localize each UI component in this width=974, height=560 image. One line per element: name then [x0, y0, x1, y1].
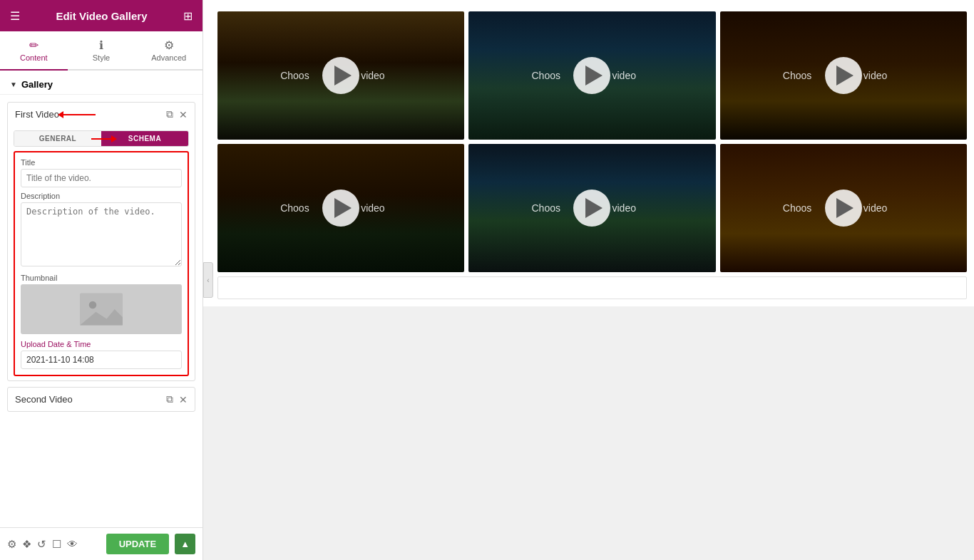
- gallery-label: Gallery: [21, 79, 53, 90]
- duplicate-icon[interactable]: ⧉: [166, 108, 173, 120]
- video-cell-1[interactable]: Choos video: [217, 11, 464, 140]
- second-video-actions: ⧉ ✕: [166, 393, 188, 405]
- title-input[interactable]: [21, 169, 182, 187]
- close-icon-2[interactable]: ✕: [179, 394, 188, 405]
- menu-icon[interactable]: ☰: [10, 9, 20, 23]
- sub-tabs: GENERAL SCHEMA: [14, 130, 189, 147]
- upload-date-input[interactable]: [21, 351, 182, 369]
- second-video-title: Second Video: [15, 394, 166, 405]
- play-triangle-5: [585, 198, 603, 218]
- video-play-area-6: Choos video: [720, 144, 967, 272]
- thumbnail-placeholder[interactable]: [21, 284, 182, 334]
- thumbnail-label: Thumbnail: [21, 274, 182, 282]
- empty-row: [217, 276, 967, 299]
- bottom-toolbar: ⚙ ❖ ↺ ☐ 👁 UPDATE ▲: [0, 527, 203, 560]
- tab-content[interactable]: ✏ Content: [0, 31, 68, 71]
- video-choose-text-6-after: video: [863, 202, 887, 214]
- close-icon[interactable]: ✕: [179, 109, 188, 120]
- play-button-1[interactable]: [322, 57, 359, 94]
- grid-icon[interactable]: ⊞: [183, 9, 193, 23]
- main-content: Choos video Choos video: [203, 0, 974, 306]
- history-tool-icon[interactable]: ↺: [37, 538, 46, 551]
- editor-title: Edit Video Gallery: [56, 10, 147, 22]
- video-play-area-5: Choos video: [468, 144, 715, 272]
- duplicate-icon-2[interactable]: ⧉: [166, 393, 173, 405]
- play-button-4[interactable]: [322, 190, 359, 227]
- first-video-actions: ⧉ ✕: [166, 108, 188, 120]
- video-grid: Choos video Choos video: [217, 11, 967, 272]
- play-triangle-3: [836, 66, 853, 85]
- schema-form: Title Description Thumbnail Upload Date …: [14, 151, 189, 376]
- description-label: Description: [21, 192, 182, 200]
- preview-tool-icon[interactable]: 👁: [67, 538, 78, 550]
- video-play-area-3: Choos video: [720, 11, 967, 140]
- collapse-sidebar-button[interactable]: ‹: [203, 262, 213, 298]
- play-button-3[interactable]: [825, 57, 862, 94]
- video-play-area-2: Choos video: [468, 11, 715, 140]
- title-label: Title: [21, 158, 182, 167]
- main-wrapper: ‹ Choos video Choos video: [203, 0, 974, 560]
- video-choose-text-4-after: video: [361, 202, 384, 214]
- sub-tabs-wrapper: GENERAL SCHEMA Title: [8, 130, 195, 376]
- play-button-6[interactable]: [825, 190, 862, 227]
- first-video-item: First Video ⧉ ✕ GENERAL: [7, 102, 195, 381]
- pencil-icon: ✏: [29, 38, 39, 52]
- play-button-5[interactable]: [573, 190, 610, 227]
- update-button[interactable]: UPDATE: [106, 534, 169, 554]
- info-icon: ℹ: [99, 38, 103, 52]
- settings-tool-icon[interactable]: ⚙: [7, 538, 16, 551]
- first-video-header[interactable]: First Video ⧉ ✕: [8, 103, 195, 126]
- play-triangle-1: [334, 66, 352, 85]
- gear-tab-icon: ⚙: [164, 38, 174, 52]
- arrow-line: [63, 114, 96, 115]
- arrow-annotation: [58, 111, 96, 118]
- panel-content: First Video ⧉ ✕ GENERAL: [0, 95, 203, 527]
- video-cell-5[interactable]: Choos video: [468, 144, 715, 272]
- subtab-general[interactable]: GENERAL: [14, 131, 101, 146]
- sub-tabs-row: GENERAL SCHEMA: [14, 130, 189, 147]
- second-video-header[interactable]: Second Video ⧉ ✕: [8, 388, 195, 411]
- tab-advanced[interactable]: ⚙ Advanced: [135, 31, 203, 71]
- video-choose-text-4-before: Choos: [280, 202, 309, 214]
- update-dropdown-button[interactable]: ▲: [175, 534, 195, 554]
- subtab-schema[interactable]: SCHEMA: [101, 131, 188, 146]
- video-play-area-1: Choos video: [217, 11, 464, 140]
- arrow-head-icon: [58, 111, 63, 118]
- second-video-item: Second Video ⧉ ✕: [7, 387, 195, 412]
- description-textarea[interactable]: [21, 202, 182, 266]
- play-triangle-4: [334, 198, 352, 218]
- play-button-2[interactable]: [573, 57, 610, 94]
- video-choose-text-3-before: Choos: [783, 70, 811, 81]
- svg-point-1: [89, 301, 97, 309]
- video-cell-4[interactable]: Choos video: [217, 144, 464, 272]
- video-choose-text-6-before: Choos: [783, 202, 811, 214]
- responsive-tool-icon[interactable]: ☐: [52, 538, 61, 551]
- video-cell-2[interactable]: Choos video: [468, 11, 715, 140]
- image-placeholder-icon: [80, 291, 123, 327]
- gallery-section[interactable]: ▼ Gallery: [0, 71, 203, 95]
- upload-date-label: Upload Date & Time: [21, 340, 182, 348]
- gallery-arrow-icon: ▼: [10, 81, 17, 88]
- sidebar: ☰ Edit Video Gallery ⊞ ✏ Content ℹ Style…: [0, 0, 203, 560]
- video-play-area-4: Choos video: [217, 144, 464, 272]
- video-choose-text-2-after: video: [612, 70, 635, 81]
- play-triangle-6: [836, 198, 853, 218]
- video-choose-text-1-before: Choos: [280, 70, 309, 81]
- top-bar: ☰ Edit Video Gallery ⊞: [0, 0, 203, 31]
- video-choose-text-2-before: Choos: [531, 70, 560, 81]
- play-triangle-2: [585, 66, 603, 85]
- video-choose-text-5-after: video: [612, 202, 635, 214]
- tab-bar: ✏ Content ℹ Style ⚙ Advanced: [0, 31, 203, 71]
- video-cell-3[interactable]: Choos video: [720, 11, 967, 140]
- video-choose-text-1-after: video: [361, 70, 384, 81]
- tab-style[interactable]: ℹ Style: [68, 31, 135, 71]
- video-choose-text-3-after: video: [863, 70, 887, 81]
- video-choose-text-5-before: Choos: [531, 202, 560, 214]
- video-cell-6[interactable]: Choos video: [720, 144, 967, 272]
- layers-tool-icon[interactable]: ❖: [22, 538, 31, 551]
